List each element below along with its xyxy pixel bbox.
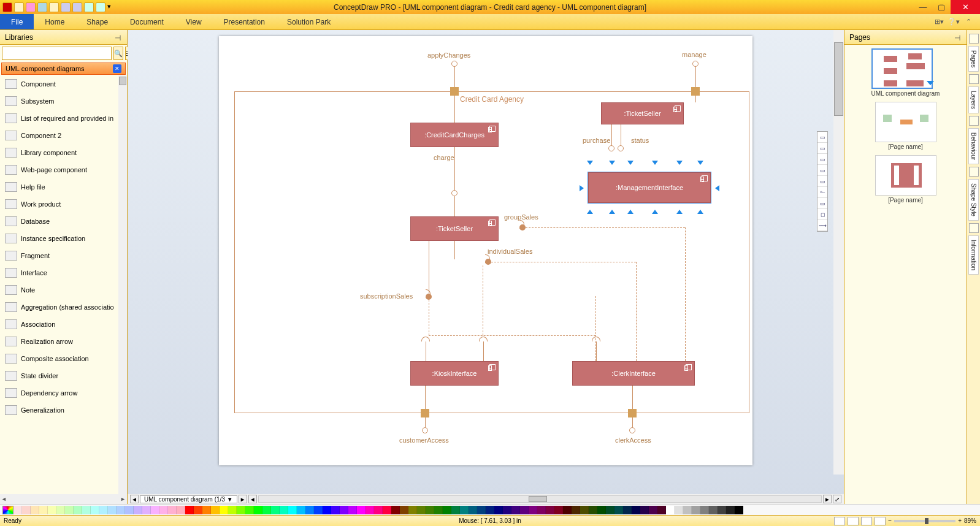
- qat-copy-icon[interactable]: [84, 2, 94, 12]
- color-swatch[interactable]: [597, 506, 606, 514]
- color-swatch[interactable]: [572, 506, 580, 514]
- library-item[interactable]: List of required and provided in: [0, 110, 127, 127]
- component-management-interface[interactable]: :ManagementInterface: [588, 172, 711, 203]
- minimize-button[interactable]: —: [914, 0, 932, 14]
- color-swatch[interactable]: [56, 506, 65, 514]
- color-swatch[interactable]: [417, 506, 426, 514]
- color-swatch[interactable]: [434, 506, 443, 514]
- addon-icon[interactable]: ⊞▾: [933, 17, 944, 28]
- color-swatch[interactable]: [13, 506, 22, 514]
- palette-picker-icon[interactable]: [2, 506, 13, 514]
- color-swatch[interactable]: [520, 506, 529, 514]
- color-swatch[interactable]: [366, 506, 374, 514]
- component-credit-card-charges[interactable]: :CreditCardCharges: [410, 123, 499, 147]
- component-clerk-interface[interactable]: :ClerkInterface: [572, 361, 695, 386]
- qat-new-icon[interactable]: [14, 2, 24, 12]
- color-swatch[interactable]: [692, 506, 700, 514]
- zoom-out-icon[interactable]: −: [888, 517, 892, 524]
- library-item[interactable]: State divider: [0, 367, 127, 384]
- component-kiosk-interface[interactable]: :KioskInterface: [410, 361, 499, 386]
- color-swatch[interactable]: [228, 506, 237, 514]
- color-swatch[interactable]: [159, 506, 168, 514]
- color-swatch[interactable]: [374, 506, 383, 514]
- sheet-prev-icon[interactable]: ◄: [130, 495, 139, 503]
- smart-action-3[interactable]: ▭: [817, 154, 827, 165]
- library-item[interactable]: Instance specification: [0, 230, 127, 247]
- vtab-information[interactable]: Information: [968, 235, 979, 275]
- color-swatch[interactable]: [168, 506, 177, 514]
- library-item[interactable]: Fragment: [0, 247, 127, 264]
- chevron-down-icon[interactable]: [927, 81, 934, 85]
- vtab-information-icon[interactable]: [969, 223, 979, 233]
- color-swatch[interactable]: [700, 506, 709, 514]
- color-swatch[interactable]: [494, 506, 503, 514]
- color-swatch[interactable]: [623, 506, 632, 514]
- color-swatch[interactable]: [22, 506, 31, 514]
- library-item[interactable]: Dependency arrow: [0, 384, 127, 402]
- canvas-hscroll[interactable]: [258, 495, 822, 503]
- smart-action-8[interactable]: ◻: [817, 209, 827, 220]
- library-item[interactable]: Composite association: [0, 350, 127, 367]
- qat-more-icon[interactable]: ▾: [107, 2, 117, 12]
- color-swatch[interactable]: [460, 506, 469, 514]
- zoom-in-icon[interactable]: +: [958, 517, 962, 524]
- hscroll-left-icon[interactable]: ◄: [248, 495, 257, 503]
- smart-action-5[interactable]: ▭: [817, 176, 827, 187]
- color-swatch[interactable]: [99, 506, 108, 514]
- status-view-2[interactable]: [848, 517, 859, 525]
- help-icon[interactable]: ❔▾: [948, 17, 959, 28]
- vtab-pages[interactable]: Pages: [968, 46, 979, 72]
- library-search-input[interactable]: [2, 47, 112, 60]
- page-thumb-1[interactable]: [871, 48, 933, 89]
- color-swatch[interactable]: [39, 506, 48, 514]
- library-item[interactable]: Note: [0, 281, 127, 299]
- color-swatch[interactable]: [142, 506, 151, 514]
- color-swatch[interactable]: [503, 506, 511, 514]
- color-swatch[interactable]: [426, 506, 434, 514]
- search-icon[interactable]: 🔍: [113, 47, 123, 60]
- color-swatch[interactable]: [537, 506, 546, 514]
- status-view-1[interactable]: [834, 517, 845, 525]
- color-swatch[interactable]: [177, 506, 185, 514]
- pin-icon[interactable]: ⊣: [954, 34, 962, 41]
- vtab-layers[interactable]: Layers: [968, 86, 979, 113]
- vtab-behaviour[interactable]: Behaviour: [968, 128, 979, 164]
- library-item[interactable]: Generalization: [0, 402, 127, 419]
- color-swatch[interactable]: [357, 506, 366, 514]
- color-swatch[interactable]: [546, 506, 554, 514]
- color-swatch[interactable]: [305, 506, 314, 514]
- color-swatch[interactable]: [237, 506, 245, 514]
- color-swatch[interactable]: [675, 506, 683, 514]
- vtab-shapestyle[interactable]: Shape Style: [968, 179, 979, 221]
- color-swatch[interactable]: [134, 506, 142, 514]
- close-button[interactable]: ✕: [951, 0, 980, 14]
- hscroll-right-icon[interactable]: ►: [823, 495, 832, 503]
- library-item[interactable]: Aggregation (shared associatio: [0, 299, 127, 316]
- component-ticket-seller-top[interactable]: :TicketSeller: [601, 102, 684, 124]
- library-item[interactable]: Realization arrow: [0, 333, 127, 350]
- close-library-icon[interactable]: ✕: [113, 64, 121, 73]
- library-item[interactable]: Interface: [0, 264, 127, 281]
- color-swatch[interactable]: [589, 506, 597, 514]
- color-swatch[interactable]: [323, 506, 331, 514]
- page-thumb-3[interactable]: [875, 155, 936, 196]
- tab-shape[interactable]: Shape: [75, 14, 119, 29]
- color-swatch[interactable]: [314, 506, 323, 514]
- zoom-slider[interactable]: [894, 520, 955, 522]
- color-swatch[interactable]: [202, 506, 211, 514]
- tab-home[interactable]: Home: [34, 14, 75, 29]
- color-swatch[interactable]: [31, 506, 39, 514]
- vtab-behaviour-icon[interactable]: [969, 116, 979, 126]
- color-swatch[interactable]: [245, 506, 254, 514]
- tab-presentation[interactable]: Presentation: [213, 14, 276, 29]
- color-swatch[interactable]: [185, 506, 194, 514]
- color-swatch[interactable]: [477, 506, 486, 514]
- library-item[interactable]: Component: [0, 75, 127, 93]
- sheet-add-icon[interactable]: ⤢: [833, 495, 841, 503]
- color-swatch[interactable]: [211, 506, 220, 514]
- qat-print-icon[interactable]: [49, 2, 59, 12]
- color-swatch[interactable]: [632, 506, 640, 514]
- library-item[interactable]: Association: [0, 316, 127, 333]
- color-swatch[interactable]: [408, 506, 417, 514]
- smart-action-2[interactable]: ▭: [817, 143, 827, 154]
